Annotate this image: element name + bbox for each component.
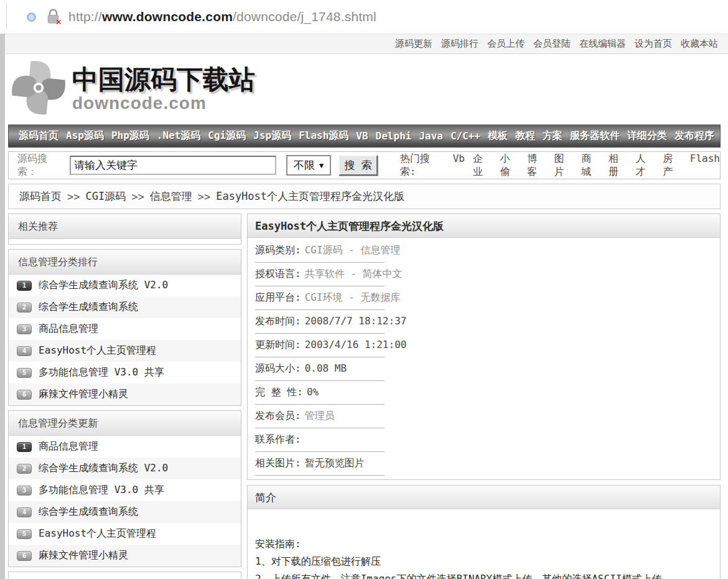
insecure-lock-icon[interactable]: ✕ [46, 9, 61, 25]
top-link[interactable]: 在线编辑器 [579, 38, 626, 50]
nav-link[interactable]: C/C++ [450, 130, 480, 142]
nav-link[interactable]: Flash源码 [299, 129, 348, 143]
update-item-label: 综合学生成绩查询系统 V2.0 [39, 462, 168, 475]
related-box-title: 相关推荐 [9, 214, 241, 239]
rank-list-item[interactable]: 6 麻辣文件管理小精灵 [9, 384, 241, 405]
nav-link[interactable]: 方案 [543, 129, 562, 143]
hot-search-label: 热门搜索: [400, 153, 445, 179]
detail-row: 源码类别:CGI源码 - 信息管理 [255, 239, 720, 263]
rank-list: 1 综合学生成绩查询系统 V2.0 2 综合学生成绩查询系统 3 商品信息管理 [9, 275, 241, 405]
rank-badge: 5 [17, 368, 32, 378]
nav-link[interactable]: Cgi源码 [208, 129, 246, 143]
nav-link[interactable]: .Net源码 [157, 129, 201, 143]
rank-list-item[interactable]: 5 多功能信息管理 V3.0 共享 [9, 362, 241, 384]
top-link[interactable]: 收藏本站 [681, 38, 718, 50]
update-list-item[interactable]: 1 商品信息管理 [9, 436, 241, 458]
intro-title: 简介 [248, 486, 720, 509]
detail-value[interactable]: CGI源码 - 信息管理 [305, 244, 401, 256]
url-path: /downcode/j_1748.shtml [233, 9, 376, 24]
nav-link[interactable]: 模板 [488, 129, 508, 143]
nav-link[interactable]: Php源码 [111, 129, 149, 143]
update-list-item[interactable]: 3 多功能信息管理 V3.0 共享 [9, 479, 241, 501]
breadcrumb-link[interactable]: EasyHost个人主页管理程序金光汉化版 [216, 189, 404, 204]
breadcrumb-link[interactable]: 信息管理 [150, 189, 192, 204]
header-logo-row: 中国源码下载站 downcode.com [0, 54, 728, 123]
top-link[interactable]: 源码更新 [395, 38, 432, 50]
update-list-item[interactable]: 2 综合学生成绩查询系统 V2.0 [9, 458, 241, 479]
detail-row: 授权语言:共享软件 - 简体中文 [255, 263, 720, 286]
hot-keyword-link[interactable]: 博客 [527, 153, 546, 179]
nav-link[interactable]: 发布程序 [674, 129, 714, 143]
breadcrumb-item: >> CGI源码 [62, 189, 126, 204]
intro-line: 1、对下载的压缩包进行解压 [255, 553, 711, 570]
update-item-label: 麻辣文件管理小精灵 [39, 549, 128, 562]
page-left-strip [0, 34, 5, 579]
nav-link[interactable]: Asp源码 [66, 129, 104, 143]
site-title[interactable]: 中国源码下载站 [72, 65, 255, 94]
nav-link[interactable]: Java [419, 130, 443, 142]
nav-link[interactable]: 教程 [515, 129, 535, 143]
nav-link[interactable]: 详细分类 [627, 129, 667, 143]
hot-keyword-link[interactable]: 相册 [609, 153, 628, 179]
rank-badge: 1 [17, 281, 32, 291]
top-link[interactable]: 会员上传 [487, 38, 525, 50]
top-link[interactable]: 源码排行 [441, 38, 478, 50]
rank-box-title: 信息管理分类排行 [9, 250, 241, 275]
url-text[interactable]: http://www.downcode.com/downcode/j_1748.… [68, 9, 376, 24]
category-select[interactable]: 不限 ▼ [286, 155, 331, 176]
update-list-item[interactable]: 4 综合学生成绩查询系统 [9, 501, 241, 523]
update-box-title: 信息管理分类更新 [9, 411, 241, 436]
search-label: 源码搜索： [17, 153, 66, 179]
rank-badge: 2 [17, 464, 32, 474]
intro-body: 安装指南:1、对下载的压缩包进行解压2、上传所有文件，注意Images下的文件选… [248, 509, 720, 579]
rank-badge: 3 [17, 486, 32, 496]
hot-keyword-link[interactable]: 商城 [581, 153, 600, 179]
detail-value[interactable]: CGI环境 - 无数据库 [305, 291, 401, 303]
nav-link[interactable]: 源码首页 [19, 129, 58, 143]
update-list-item[interactable]: 6 麻辣文件管理小精灵 [9, 545, 241, 567]
detail-label: 发布会员: [255, 410, 301, 421]
address-bar-divider [6, 4, 7, 30]
detail-list: 源码类别:CGI源码 - 信息管理 授权语言:共享软件 - 简体中文 应用平台:… [248, 238, 720, 479]
rank-list-item[interactable]: 3 商品信息管理 [9, 318, 241, 340]
url-domain: www.downcode.com [102, 9, 233, 24]
hot-keyword-link[interactable]: 人才 [636, 153, 655, 179]
nav-link[interactable]: 服务器软件 [570, 129, 620, 143]
nav-link[interactable]: VB [356, 130, 368, 142]
hot-search: 热门搜索: Vb企业小偷博客图片商城相册人才房产Flash [400, 153, 720, 179]
top-link[interactable]: 设为首页 [635, 38, 672, 50]
next-box-sliver [8, 572, 241, 579]
rank-list-item[interactable]: 1 综合学生成绩查询系统 V2.0 [9, 275, 241, 296]
search-input[interactable] [70, 156, 276, 175]
hot-keyword-link[interactable]: 房产 [663, 153, 682, 179]
hot-keyword-link[interactable]: Vb [453, 153, 465, 179]
site-loading-circle-icon [27, 12, 36, 22]
detail-value: 0.08 MB [305, 362, 347, 374]
category-select-value: 不限 [294, 158, 315, 172]
top-link[interactable]: 会员登陆 [533, 38, 571, 50]
hot-keyword-link[interactable]: 企业 [473, 153, 492, 179]
rank-list-item[interactable]: 4 EasyHost个人主页管理程 [9, 340, 241, 362]
detail-row: 源码大小:0.08 MB [255, 357, 720, 381]
content-area: EasyHost个人主页管理程序金光汉化版 源码类别:CGI源码 - 信息管理 … [247, 214, 721, 579]
nav-link[interactable]: Jsp源码 [253, 129, 291, 143]
rank-list-item[interactable]: 2 综合学生成绩查询系统 [9, 296, 241, 318]
hot-keyword-link[interactable]: 小偷 [500, 153, 520, 179]
detail-label: 授权语言: [255, 268, 301, 280]
site-subtitle[interactable]: downcode.com [72, 94, 255, 113]
breadcrumb-separator: >> [67, 191, 80, 203]
rank-item-label: 综合学生成绩查询系统 [39, 301, 138, 314]
detail-row: 发布时间:2008/7/7 18:12:37 [255, 310, 720, 334]
nav-link[interactable]: Delphi [376, 130, 412, 142]
breadcrumb-link[interactable]: CGI源码 [85, 189, 126, 204]
detail-label: 发布时间: [255, 315, 301, 327]
detail-value[interactable]: 管理员 [305, 410, 335, 421]
breadcrumb-link[interactable]: 源码首页 [19, 189, 62, 204]
hot-keyword-link[interactable]: Flash [690, 153, 720, 179]
update-list-item[interactable]: 5 EasyHost个人主页管理程 [9, 523, 241, 545]
search-button[interactable]: 搜 索 [338, 155, 378, 176]
breadcrumb-item: >> 信息管理 [126, 189, 192, 204]
rank-box: 信息管理分类排行 1 综合学生成绩查询系统 V2.0 2 综合学生成绩查询系统 … [8, 249, 241, 406]
hot-keyword-link[interactable]: 图片 [554, 153, 574, 179]
detail-value[interactable]: 共享软件 - 简体中文 [305, 268, 403, 280]
